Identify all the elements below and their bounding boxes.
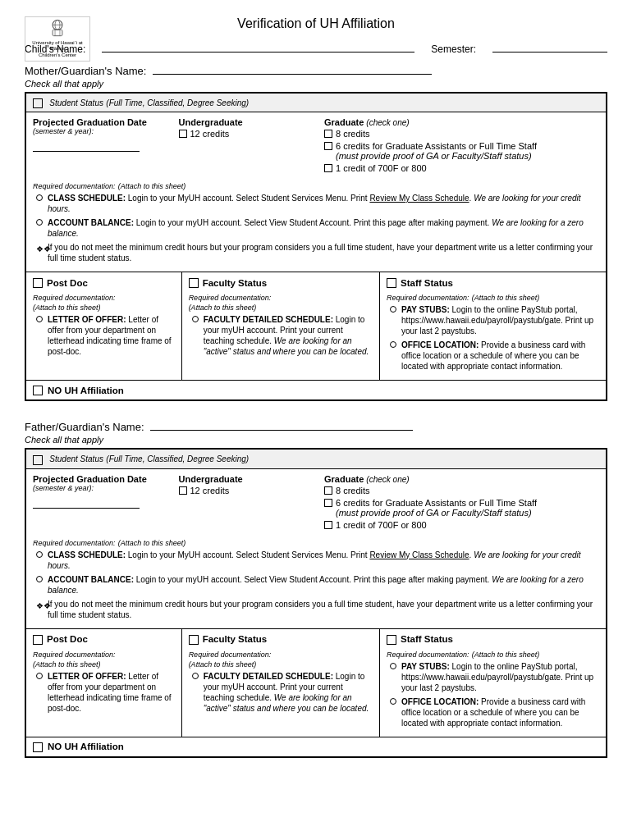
list-item: ACCOUNT BALANCE: Login to your myUH acco… xyxy=(36,217,599,239)
father-undergrad-label: Undergraduate xyxy=(179,474,317,484)
father-req-class-schedule: CLASS SCHEDULE: Login to your MyUH accou… xyxy=(48,550,599,571)
father-postdoc-req-title: Required documentation: (Attach to this … xyxy=(33,649,175,669)
father-student-req-doc: Required documentation: (Attach to this … xyxy=(33,537,599,620)
faculty-checkbox[interactable] xyxy=(189,278,199,288)
childs-name-field[interactable] xyxy=(102,39,414,52)
list-item: LETTER OF OFFER: Letter of offer from yo… xyxy=(36,314,175,357)
bullet-circle-icon xyxy=(36,194,43,201)
grad-6credits-row: 6 credits for Graduate Assistants or Ful… xyxy=(324,141,599,161)
semester-field[interactable] xyxy=(492,39,607,52)
grad-8credits-label: 8 credits xyxy=(336,129,370,139)
father-student-status-checkbox[interactable] xyxy=(33,455,43,465)
no-affiliation-row: NO UH Affiliation xyxy=(26,380,606,399)
grad-6credits-label: 6 credits for Graduate Assistants or Ful… xyxy=(336,141,537,161)
bullet-circle-icon xyxy=(390,663,396,669)
postdoc-checkbox[interactable] xyxy=(33,278,43,288)
father-graduate-col: Graduate (check one) 8 credits 6 credits… xyxy=(324,474,599,532)
no-affiliation-checkbox[interactable] xyxy=(33,386,43,395)
father-grad-6credits-row: 6 credits for Graduate Assistants or Ful… xyxy=(324,498,599,518)
postdoc-col: Post Doc Required documentation: (Attach… xyxy=(26,272,182,380)
father-staff-req-title: Required documentation: (Attach to this … xyxy=(387,649,599,659)
bullet-circle-icon xyxy=(390,306,396,313)
father-undergrad-col: Undergraduate 12 credits xyxy=(179,474,325,498)
undergrad-credits-checkbox[interactable] xyxy=(179,130,187,138)
grad-1credit-row: 1 credit of 700F or 800 xyxy=(324,163,599,173)
grad-1credit-checkbox[interactable] xyxy=(324,164,332,172)
father-postdoc-checkbox[interactable] xyxy=(33,635,43,645)
father-no-affiliation-label: NO UH Affiliation xyxy=(48,742,124,751)
graduate-col: Graduate (check one) 8 credits 6 credits… xyxy=(324,117,599,176)
faculty-label: Faculty Status xyxy=(203,278,268,288)
list-item: OFFICE LOCATION: Provide a business card… xyxy=(390,340,599,372)
grad-8credits-checkbox[interactable] xyxy=(324,130,332,138)
check-all-label: Check all that apply xyxy=(25,79,607,89)
grad-date-field[interactable] xyxy=(33,139,140,152)
father-grad-6credits-label: 6 credits for Graduate Assistants or Ful… xyxy=(336,498,537,518)
postdoc-letter: LETTER OF OFFER: Letter of offer from yo… xyxy=(48,314,175,357)
father-guardian-field[interactable] xyxy=(150,418,413,431)
student-req-doc: Required documentation: (Attach to this … xyxy=(33,180,599,263)
father-grad-1credit-checkbox[interactable] xyxy=(324,521,332,529)
father-undergrad-credits-checkbox[interactable] xyxy=(179,486,187,495)
father-guardian-label: Father/Guardian's Name: xyxy=(25,421,144,433)
bullet-circle-icon xyxy=(36,576,43,582)
father-undergrad-credits-label: 12 credits xyxy=(190,486,230,495)
list-item: FACULTY DETAILED SCHEDULE: Login to your… xyxy=(192,314,373,357)
list-item: LETTER OF OFFER: Letter of offer from yo… xyxy=(36,671,175,714)
staff-checkbox[interactable] xyxy=(387,278,396,288)
father-grad-1credit-label: 1 credit of 700F or 800 xyxy=(336,520,427,530)
list-item: ❖ If you do not meet the minimum credit … xyxy=(36,599,599,620)
staff-req-list: PAY STUBS: Login to the online PayStub p… xyxy=(387,304,599,372)
father-faculty-schedule: FACULTY DETAILED SCHEDULE: Login to your… xyxy=(204,671,373,714)
grad-6credits-checkbox[interactable] xyxy=(324,142,332,150)
father-no-affiliation-row: NO UH Affiliation xyxy=(26,737,606,756)
childs-name-row: Child's Name: Semester: xyxy=(25,39,607,55)
father-student-status-label: Student Status xyxy=(49,454,103,463)
postdoc-header: Post Doc xyxy=(33,277,175,288)
father-faculty-col: Faculty Status Required documentation: (… xyxy=(182,629,380,737)
bullet-circle-icon xyxy=(36,673,43,679)
father-staff-label: Staff Status xyxy=(401,634,453,644)
three-col-row: Post Doc Required documentation: (Attach… xyxy=(26,272,606,380)
semester-label: Semester: xyxy=(431,43,476,55)
bullet-circle-icon xyxy=(390,698,396,705)
father-staff-header: Staff Status xyxy=(387,634,599,645)
father-grad-date-field[interactable] xyxy=(33,495,140,509)
father-postdoc-letter: LETTER OF OFFER: Letter of offer from yo… xyxy=(48,671,175,714)
father-req-account-balance: ACCOUNT BALANCE: Login to your myUH acco… xyxy=(48,574,599,596)
father-graduate-check-one: (check one) xyxy=(366,475,409,484)
father-projected-grad-label: Projected Graduation Date xyxy=(33,474,171,484)
father-no-affiliation-checkbox[interactable] xyxy=(33,742,43,752)
father-grad-8credits-label: 8 credits xyxy=(336,486,370,495)
father-staff-checkbox[interactable] xyxy=(387,635,396,645)
student-body: Projected Graduation Date (semester & ye… xyxy=(26,112,606,272)
staff-header: Staff Status xyxy=(387,277,599,288)
student-req-list: CLASS SCHEDULE: Login to your MyUH accou… xyxy=(33,193,599,263)
father-faculty-label: Faculty Status xyxy=(203,634,268,644)
father-undergrad-credits-row: 12 credits xyxy=(179,486,317,495)
father-staff-col: Staff Status Required documentation: (At… xyxy=(380,629,606,737)
staff-paystubs: PAY STUBS: Login to the online PayStub p… xyxy=(401,304,599,336)
graduate-check-one: (check one) xyxy=(366,118,409,127)
list-item: ACCOUNT BALANCE: Login to your myUH acco… xyxy=(36,574,599,596)
father-grad-6credits-checkbox[interactable] xyxy=(324,499,332,507)
bullet-diamond-icon: ❖ xyxy=(36,244,43,250)
father-grad-8credits-checkbox[interactable] xyxy=(324,486,332,495)
faculty-schedule: FACULTY DETAILED SCHEDULE: Login to your… xyxy=(204,314,373,357)
faculty-header: Faculty Status xyxy=(189,277,373,288)
projected-grad-col: Projected Graduation Date (semester & ye… xyxy=(33,117,179,152)
bullet-diamond-icon: ❖ xyxy=(36,600,43,607)
father-student-req-doc-title: Required documentation: (Attach to this … xyxy=(33,537,599,547)
student-status-checkbox[interactable] xyxy=(33,98,43,108)
student-status-subtitle: (Full Time, Classified, Degree Seeking) xyxy=(106,98,249,107)
mother-guardian-label: Mother/Guardian's Name: xyxy=(25,65,146,77)
student-status-header: Student Status (Full Time, Classified, D… xyxy=(26,94,606,112)
father-faculty-checkbox[interactable] xyxy=(189,635,199,645)
list-item: PAY STUBS: Login to the online PayStub p… xyxy=(390,661,599,693)
mother-guardian-field[interactable] xyxy=(153,62,432,75)
father-postdoc-label: Post Doc xyxy=(47,634,88,644)
no-affiliation-label: NO UH Affiliation xyxy=(48,386,124,395)
father-faculty-req-title: Required documentation: (Attach to this … xyxy=(189,649,373,669)
list-item: PAY STUBS: Login to the online PayStub p… xyxy=(390,304,599,336)
bullet-circle-icon xyxy=(390,341,396,348)
